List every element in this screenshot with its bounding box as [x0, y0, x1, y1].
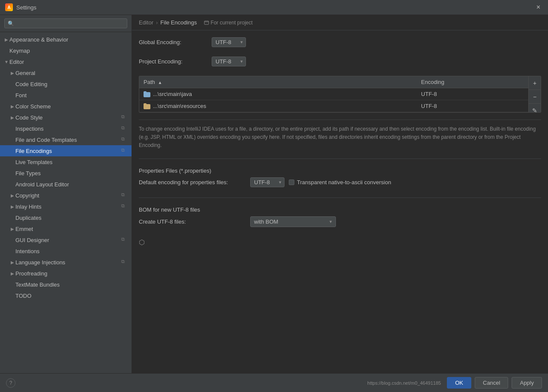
bom-create-label: Create UTF-8 files: [139, 218, 246, 225]
sidebar-item-language-injections[interactable]: ▶ Language Injections ⧉ [0, 257, 132, 268]
sidebar-item-android-layout[interactable]: Android Layout Editor [0, 179, 132, 190]
add-path-button[interactable]: + [529, 76, 541, 90]
arrow-spacer [9, 181, 15, 187]
arrow-icon: ▶ [9, 226, 15, 232]
path-header[interactable]: Path ▲ [139, 76, 417, 88]
sidebar-item-intentions[interactable]: Intentions [0, 245, 132, 257]
sidebar-item-color-scheme[interactable]: ▶ Color Scheme [0, 101, 132, 112]
sidebar-item-copyright[interactable]: ▶ Copyright ⧉ [0, 190, 132, 201]
arrow-spacer [9, 137, 15, 143]
table-header-row: Path ▲ Encoding [139, 76, 541, 88]
sidebar-item-gui-designer[interactable]: GUI Designer ⧉ [0, 234, 132, 245]
sidebar-item-emmet[interactable]: ▶ Emmet [0, 223, 132, 234]
sidebar-item-editor[interactable]: ▼ Editor [0, 56, 132, 67]
arrow-icon: ▼ [3, 59, 9, 65]
sidebar-item-font[interactable]: Font [0, 90, 132, 101]
apply-button[interactable]: Apply [512, 377, 542, 389]
cancel-button[interactable]: Cancel [475, 377, 508, 389]
copy-icon: ⧉ [121, 136, 128, 143]
sidebar-item-file-types[interactable]: File Types [0, 168, 132, 179]
breadcrumb-parent: Editor [139, 19, 153, 26]
sidebar-item-inlay-hints[interactable]: ▶ Inlay Hints ⧉ [0, 201, 132, 212]
sidebar-item-code-style[interactable]: ▶ Code Style ⧉ [0, 112, 132, 123]
path-cell: ...\src\main\resources [139, 100, 417, 112]
sidebar-tree: ▶ Appearance & Behavior Keymap ▼ Editor … [0, 32, 132, 373]
transparent-checkbox-wrap: Transparent native-to-ascii conversion [289, 179, 391, 186]
arrow-icon: ▶ [9, 259, 15, 265]
sidebar-item-code-editing[interactable]: Code Editing [0, 78, 132, 90]
breadcrumb-project: For current project [204, 20, 253, 26]
path-value: ...\src\main\resources [153, 103, 206, 109]
global-encoding-dropdown[interactable]: UTF-8 [212, 37, 246, 47]
sidebar-item-duplicates[interactable]: Duplicates [0, 212, 132, 223]
properties-encoding-row: Default encoding for properties files: U… [139, 177, 541, 187]
breadcrumb-current: File Encodings [160, 19, 197, 26]
copy-icon: ⧉ [121, 203, 128, 210]
bom-create-dropdown[interactable]: with BOM [250, 216, 336, 227]
sidebar-item-label: Android Layout Editor [15, 181, 128, 188]
sidebar-item-label: General [15, 70, 128, 76]
bom-section-title: BOM for new UTF-8 files [139, 206, 541, 213]
dialog-body: 🔍 ▶ Appearance & Behavior Keymap ▼ Edito… [0, 15, 548, 373]
sidebar-item-file-code-templates[interactable]: File and Code Templates ⧉ [0, 134, 132, 145]
project-encoding-label: Project Encoding: [139, 58, 207, 65]
encoding-header[interactable]: Encoding [417, 76, 541, 88]
search-wrap[interactable]: 🔍 [4, 18, 127, 28]
sidebar-item-inspections[interactable]: Inspections ⧉ [0, 123, 132, 134]
sidebar-item-label: TODO [15, 293, 128, 299]
svg-rect-0 [204, 21, 209, 24]
search-input[interactable] [16, 20, 124, 27]
project-label: For current project [211, 20, 253, 26]
sidebar-item-label: GUI Designer [15, 237, 121, 243]
sidebar-item-general[interactable]: ▶ General [0, 67, 132, 78]
bom-create-value: with BOM [254, 218, 278, 225]
table-actions: + − ✎ [528, 76, 541, 113]
sidebar-item-live-templates[interactable]: Live Templates [0, 156, 132, 168]
arrow-spacer [3, 48, 9, 54]
transparent-checkbox[interactable] [289, 180, 294, 185]
encoding-table-wrap: Path ▲ Encoding [139, 76, 541, 113]
encoding-value: UTF-8 [421, 103, 437, 109]
arrow-spacer [9, 148, 15, 154]
sidebar-item-label: Font [15, 92, 128, 99]
properties-section-title: Properties Files (*.properties) [139, 168, 541, 174]
arrow-icon: ▶ [3, 36, 9, 42]
sidebar-item-label: Inspections [15, 126, 121, 132]
properties-encoding-dropdown[interactable]: UTF-8 [250, 177, 284, 187]
table-row[interactable]: ...\src\main\java UTF-8 [139, 88, 541, 100]
sidebar-item-label: Appearance & Behavior [9, 36, 128, 43]
global-encoding-label: Global Encoding: [139, 39, 207, 45]
path-value: ...\src\main\java [153, 91, 192, 97]
project-encoding-dropdown[interactable]: UTF-8 [212, 57, 246, 66]
app-icon: A [5, 3, 13, 11]
arrow-spacer [9, 248, 15, 254]
content-area: Global Encoding: UTF-8 Project Encoding:… [132, 30, 548, 373]
folder-java-icon [144, 91, 150, 97]
sidebar-item-proofreading[interactable]: ▶ Proofreading [0, 268, 132, 279]
dialog-title: Settings [16, 4, 36, 11]
expand-icon[interactable]: ⬡ [139, 238, 146, 245]
sidebar-item-appearance[interactable]: ▶ Appearance & Behavior [0, 34, 132, 45]
sidebar-item-file-encodings[interactable]: File Encodings ⧉ [0, 145, 132, 156]
copy-icon: ⧉ [121, 147, 128, 154]
sidebar-item-keymap[interactable]: Keymap [0, 45, 132, 56]
sidebar-item-todo[interactable]: TODO [0, 290, 132, 301]
main-content: Editor › File Encodings For current proj… [132, 15, 548, 373]
copy-icon: ⧉ [121, 125, 128, 132]
remove-path-button[interactable]: − [529, 90, 541, 104]
sidebar-item-label: Inlay Hints [15, 203, 121, 210]
folder-resources-icon [144, 103, 150, 109]
footer-left: ? [6, 378, 15, 388]
divider-2 [139, 197, 541, 198]
table-row[interactable]: ...\src\main\resources UTF-8 [139, 100, 541, 112]
properties-encoding-value: UTF-8 [254, 179, 270, 186]
sidebar-item-textmate[interactable]: TextMate Bundles [0, 279, 132, 290]
sidebar-item-label: Editor [9, 59, 128, 65]
arrow-spacer [9, 81, 15, 87]
sidebar-item-label: Color Scheme [15, 103, 128, 110]
help-button[interactable]: ? [6, 378, 15, 388]
edit-path-button[interactable]: ✎ [529, 104, 541, 113]
properties-section: Properties Files (*.properties) Default … [139, 168, 541, 189]
ok-button[interactable]: OK [447, 377, 471, 389]
close-button[interactable]: × [534, 3, 543, 12]
